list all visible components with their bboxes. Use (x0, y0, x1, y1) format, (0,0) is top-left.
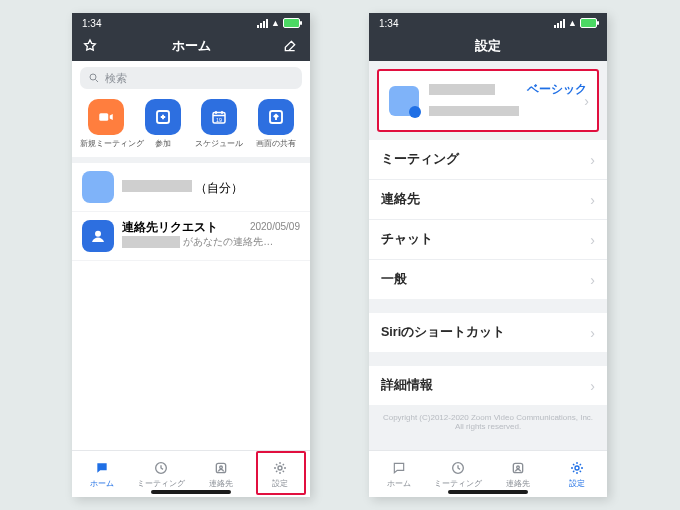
home-indicator (151, 490, 231, 494)
request-date: 2020/05/09 (250, 220, 300, 234)
chevron-right-icon: › (590, 378, 595, 394)
tab-bar: ホーム ミーティング 連絡先 設定 (369, 450, 607, 497)
request-subtext: があなたの連絡先… (183, 236, 273, 247)
home-indicator (448, 490, 528, 494)
request-icon (82, 220, 114, 252)
svg-point-6 (95, 231, 101, 237)
phone-settings: 1:34 ▲ 設定 ベーシック (369, 13, 607, 497)
calendar-icon: 19 (210, 108, 228, 126)
status-bar: 1:34 ▲ (369, 13, 607, 31)
contacts-icon (213, 460, 229, 476)
self-suffix: （自分） (195, 181, 243, 195)
chevron-right-icon: › (590, 272, 595, 288)
header-title: ホーム (100, 37, 282, 55)
settings-item-chat[interactable]: チャット› (369, 220, 607, 260)
profile-avatar (389, 86, 419, 116)
plan-label: ベーシック (527, 81, 587, 98)
chat-bubble-icon (391, 461, 407, 475)
action-row: 新規ミーティング 参加 19 スケジュール 画面の共有 (72, 95, 310, 157)
status-indicators: ▲ (257, 18, 300, 28)
masked-name (122, 236, 180, 248)
profile-row[interactable]: ベーシック › (377, 69, 599, 132)
tab-contacts[interactable]: 連絡先 (494, 456, 542, 493)
upload-icon (267, 108, 285, 126)
status-time: 1:34 (82, 18, 101, 29)
settings-item-contacts[interactable]: 連絡先› (369, 180, 607, 220)
compose-icon[interactable] (282, 38, 300, 54)
copyright-text: Copyright (C)2012-2020 Zoom Video Commun… (369, 405, 607, 439)
header-title: 設定 (397, 37, 579, 55)
self-row[interactable]: （自分） (72, 163, 310, 212)
svg-rect-1 (100, 113, 109, 121)
masked-email (429, 106, 519, 116)
svg-text:19: 19 (216, 117, 222, 123)
settings-item-siri[interactable]: Siriのショートカット› (369, 313, 607, 352)
clock-icon (153, 460, 169, 476)
wifi-icon: ▲ (271, 18, 280, 28)
svg-point-0 (90, 74, 96, 80)
search-input[interactable]: 検索 (80, 67, 302, 89)
clock-icon (450, 460, 466, 476)
masked-name (429, 84, 495, 95)
wifi-icon: ▲ (568, 18, 577, 28)
svg-point-14 (575, 466, 579, 470)
highlight-settings-tab (256, 451, 306, 495)
settings-header: 設定 (369, 31, 607, 61)
home-header: ホーム (72, 31, 310, 61)
gear-icon (569, 460, 585, 476)
chat-bubble-icon (94, 461, 110, 475)
plus-icon (154, 108, 172, 126)
masked-name (122, 180, 192, 192)
settings-item-meeting[interactable]: ミーティング› (369, 140, 607, 180)
battery-icon (283, 18, 300, 28)
tab-meetings[interactable]: ミーティング (434, 456, 482, 493)
video-badge-icon (409, 106, 421, 118)
search-placeholder: 検索 (105, 71, 127, 86)
share-screen-button[interactable]: 画面の共有 (250, 99, 302, 149)
schedule-button[interactable]: 19 スケジュール (193, 99, 245, 149)
svg-point-9 (219, 466, 222, 469)
status-indicators: ▲ (554, 18, 597, 28)
search-icon (88, 72, 100, 84)
chevron-right-icon: › (590, 232, 595, 248)
contact-request-row[interactable]: 連絡先リクエスト 2020/05/09 があなたの連絡先… (72, 212, 310, 261)
signal-icon (554, 19, 565, 28)
chevron-right-icon: › (590, 152, 595, 168)
settings-item-details[interactable]: 詳細情報› (369, 366, 607, 405)
tab-contacts[interactable]: 連絡先 (197, 456, 245, 493)
join-button[interactable]: 参加 (137, 99, 189, 149)
new-meeting-button[interactable]: 新規ミーティング (80, 99, 132, 149)
chevron-right-icon: › (584, 93, 589, 109)
tab-bar: ホーム ミーティング 連絡先 設定 (72, 450, 310, 497)
request-title: 連絡先リクエスト (122, 220, 218, 234)
phone-home: 1:34 ▲ ホーム 検索 新規ミーティング (72, 13, 310, 497)
status-time: 1:34 (379, 18, 398, 29)
settings-item-general[interactable]: 一般› (369, 260, 607, 299)
tab-meetings[interactable]: ミーティング (137, 456, 185, 493)
tab-home[interactable]: ホーム (78, 456, 126, 493)
svg-point-13 (516, 466, 519, 469)
status-bar: 1:34 ▲ (72, 13, 310, 31)
tab-home[interactable]: ホーム (375, 456, 423, 493)
battery-icon (580, 18, 597, 28)
avatar (82, 171, 114, 203)
contacts-icon (510, 460, 526, 476)
chevron-right-icon: › (590, 325, 595, 341)
tab-settings[interactable]: 設定 (553, 456, 601, 493)
chevron-right-icon: › (590, 192, 595, 208)
favorite-icon[interactable] (82, 38, 100, 54)
signal-icon (257, 19, 268, 28)
video-icon (97, 108, 115, 126)
